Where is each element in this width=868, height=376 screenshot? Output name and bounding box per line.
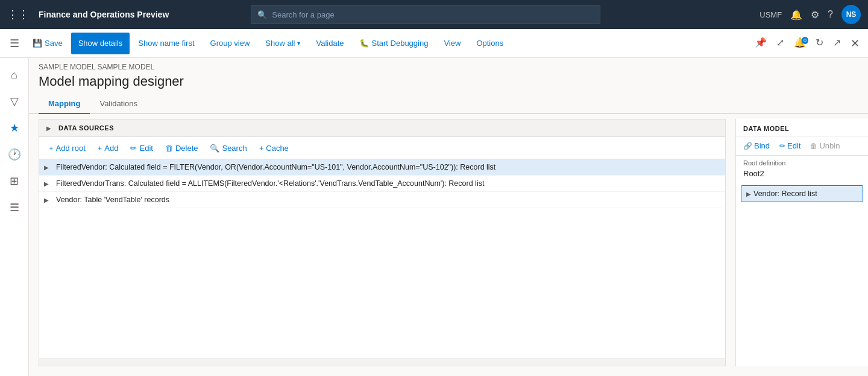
item-text-2: FilteredVendorTrans: Calculated field = … (56, 179, 720, 188)
item-text-3: Vendor: Table 'VendTable' records (56, 196, 720, 204)
content-area: ▶ DATA SOURCES + Add root + Add ✏ Edit (29, 114, 868, 376)
tab-validations[interactable]: Validations (90, 94, 147, 114)
options-button[interactable]: Options (469, 33, 511, 54)
sidebar-item-favorites[interactable]: ★ (2, 116, 27, 140)
bind-icon: 🔗 (743, 142, 752, 150)
list-item[interactable]: ▶ Vendor: Table 'VendTable' records (39, 192, 725, 208)
data-sources-header: ▶ DATA SOURCES (39, 119, 725, 137)
data-sources-title: DATA SOURCES (58, 124, 114, 132)
dm-expand-icon[interactable]: ▶ (746, 191, 751, 197)
dm-edit-icon: ✏ (779, 142, 785, 150)
refresh-icon[interactable]: ↻ (812, 37, 827, 50)
data-model-title: DATA MODEL (736, 119, 868, 136)
data-model-actions: 🔗 Bind ✏ Edit 🗑 Unbin (736, 136, 868, 156)
notification-icon[interactable]: 🔔 (790, 9, 802, 21)
show-details-button[interactable]: Show details (71, 33, 130, 54)
delete-icon: 🗑 (165, 144, 173, 153)
show-name-first-button[interactable]: Show name first (131, 33, 201, 54)
search-button[interactable]: 🔍 Search (205, 139, 251, 156)
open-external-icon[interactable]: ↗ (829, 37, 844, 50)
save-icon: 💾 (33, 39, 42, 48)
add-root-icon: + (49, 144, 54, 153)
user-avatar[interactable]: NS (841, 5, 861, 24)
add-button[interactable]: + Add (93, 139, 124, 156)
bind-button[interactable]: 🔗 Bind (741, 140, 772, 151)
show-all-button[interactable]: Show all ▾ (258, 33, 307, 54)
start-debugging-button[interactable]: 🐛 Start Debugging (352, 33, 435, 54)
grid-icon[interactable]: ⋮⋮ (7, 8, 29, 21)
close-icon[interactable]: ✕ (847, 37, 863, 50)
debug-icon: 🐛 (359, 39, 369, 48)
root-definition-label: Root definition (736, 156, 868, 168)
page-title: Model mapping designer (29, 71, 868, 94)
view-button[interactable]: View (436, 33, 468, 54)
horizontal-scrollbar[interactable] (39, 358, 725, 366)
main-layout: ⌂ ▽ ★ 🕐 ⊞ ☰ SAMPLE MODEL SAMPLE MODEL Mo… (0, 58, 868, 376)
top-navigation: ⋮⋮ Finance and Operations Preview 🔍 USMF… (0, 0, 868, 29)
tab-mapping[interactable]: Mapping (39, 94, 90, 114)
dm-list-item[interactable]: ▶ Vendor: Record list (741, 185, 863, 202)
list-item[interactable]: ▶ FilteredVendorTrans: Calculated field … (39, 176, 725, 192)
validate-button[interactable]: Validate (309, 33, 351, 54)
search-icon: 🔍 (257, 10, 267, 19)
item-text-1: FilteredVendor: Calculated field = FILTE… (56, 163, 720, 171)
app-title: Finance and Operations Preview (39, 10, 169, 19)
side-navigation: ⌂ ▽ ★ 🕐 ⊞ ☰ (0, 58, 29, 376)
data-sources-list: ▶ FilteredVendor: Calculated field = FIL… (39, 159, 725, 358)
search-ds-icon: 🔍 (210, 144, 219, 153)
sidebar-item-workspaces[interactable]: ⊞ (2, 169, 27, 193)
dm-edit-button[interactable]: ✏ Edit (777, 140, 803, 151)
search-input[interactable] (272, 10, 594, 19)
add-root-button[interactable]: + Add root (44, 139, 90, 156)
cache-button[interactable]: + Cache (254, 139, 294, 156)
sidebar-item-list[interactable]: ☰ (2, 196, 27, 220)
expand-icon-3[interactable]: ▶ (44, 197, 54, 203)
save-button[interactable]: 💾 Save (25, 33, 70, 54)
expand-icon-1[interactable]: ▶ (44, 164, 54, 171)
tab-bar: Mapping Validations (29, 94, 868, 114)
add-icon: + (98, 144, 102, 153)
cache-icon: + (259, 144, 264, 153)
edit-icon: ✏ (130, 144, 137, 153)
page-content: SAMPLE MODEL SAMPLE MODEL Model mapping … (29, 58, 868, 376)
sidebar-item-filter[interactable]: ▽ (2, 89, 27, 113)
help-icon[interactable]: ? (828, 9, 833, 20)
expand-icon-2[interactable]: ▶ (44, 180, 54, 187)
hamburger-icon[interactable]: ☰ (5, 37, 24, 50)
data-sources-toolbar: + Add root + Add ✏ Edit 🗑 Delete (39, 137, 725, 159)
nav-right-area: USMF 🔔 ⚙ ? NS (760, 5, 861, 24)
data-sources-panel: ▶ DATA SOURCES + Add root + Add ✏ Edit (39, 119, 726, 366)
delete-button[interactable]: 🗑 Delete (160, 139, 203, 156)
sidebar-item-home[interactable]: ⌂ (2, 63, 27, 87)
collapse-arrow[interactable]: ▶ (44, 123, 54, 133)
data-model-panel: DATA MODEL 🔗 Bind ✏ Edit 🗑 Unbin R (735, 119, 868, 366)
root-definition-value: Root2 (736, 168, 868, 183)
sidebar-item-recent[interactable]: 🕐 (2, 142, 27, 167)
settings-icon[interactable]: ⚙ (811, 9, 819, 21)
dm-item-text: Vendor: Record list (753, 190, 817, 198)
list-item[interactable]: ▶ FilteredVendor: Calculated field = FIL… (39, 159, 725, 176)
group-view-button[interactable]: Group view (203, 33, 257, 54)
expand-icon[interactable]: ⤢ (773, 37, 788, 50)
unbin-button[interactable]: 🗑 Unbin (808, 140, 842, 151)
search-bar[interactable]: 🔍 (251, 5, 600, 24)
user-code: USMF (760, 10, 782, 19)
unbin-icon: 🗑 (810, 142, 817, 150)
main-toolbar: ☰ 💾 Save Show details Show name first Gr… (0, 29, 868, 58)
show-all-dropdown-icon: ▾ (297, 40, 300, 46)
edit-button[interactable]: ✏ Edit (125, 139, 157, 156)
pin-icon[interactable]: 📌 (751, 37, 770, 50)
badge-icon[interactable]: 🔔0 (790, 37, 810, 50)
breadcrumb: SAMPLE MODEL SAMPLE MODEL (29, 58, 868, 71)
